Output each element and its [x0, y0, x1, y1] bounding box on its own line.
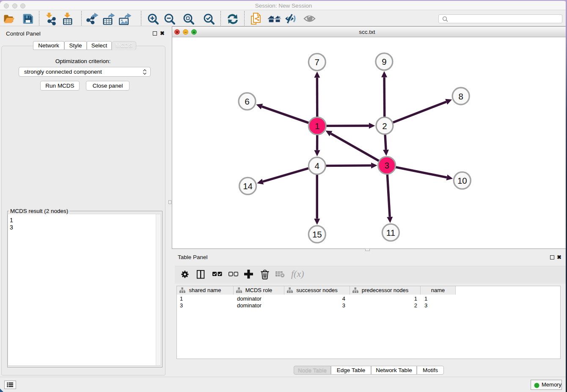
svg-text:f(x): f(x) [291, 268, 304, 279]
svg-text:9: 9 [382, 57, 386, 66]
svg-text:1: 1 [315, 121, 319, 131]
svg-text:2: 2 [382, 121, 387, 131]
svg-text:15: 15 [312, 229, 322, 239]
svg-text:8: 8 [458, 91, 463, 101]
svg-text:7: 7 [315, 57, 319, 67]
svg-text:10: 10 [457, 176, 467, 185]
svg-text:6: 6 [245, 97, 249, 106]
svg-text:3: 3 [384, 160, 389, 170]
svg-text:11: 11 [386, 228, 395, 237]
svg-text:14: 14 [243, 181, 253, 191]
svg-text:4: 4 [315, 161, 319, 171]
